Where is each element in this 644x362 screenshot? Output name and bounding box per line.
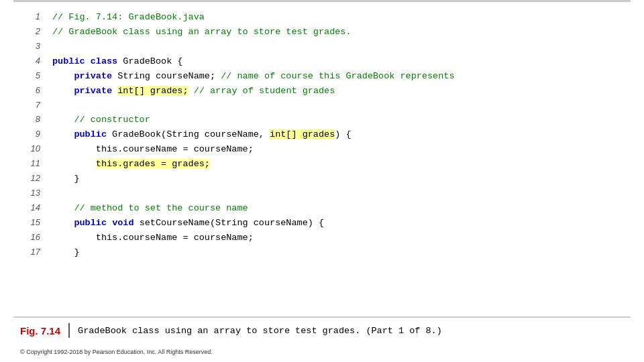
line-num-3: 3 [20,40,40,53]
copyright-text: © Copyright 1992-2018 by Pearson Educati… [20,349,213,355]
code-line-1: 1 // Fig. 7.14: GradeBook.java [20,10,624,25]
caption-area: Fig. 7.14 GradeBook class using an array… [0,318,644,342]
line-num-1: 1 [20,10,40,23]
caption-fig-label: Fig. 7.14 [20,325,60,337]
caption-divider [68,323,70,338]
code-line-11: 11 this.grades = grades; [20,157,624,172]
code-text-3 [52,40,58,54]
code-text-17: } [52,246,80,260]
code-line-2: 2 // GradeBook class using an array to s… [20,25,624,40]
line-num-10: 10 [20,142,40,156]
code-line-8: 8 // constructor [20,113,624,127]
code-text-8: // constructor [52,113,150,127]
code-line-6: 6 private int[] grades; // array of stud… [20,84,624,99]
line-num-16: 16 [20,231,40,244]
line-num-14: 14 [20,201,40,215]
line-num-9: 9 [20,127,40,141]
line-num-12: 12 [20,172,40,185]
code-text-7 [52,99,58,113]
line-num-2: 2 [20,25,40,38]
line-num-11: 11 [20,157,40,170]
code-line-17: 17 } [20,245,624,260]
code-line-15: 15 public void setCourseName(String cour… [20,216,624,231]
code-text-10: this.courseName = courseName; [52,143,254,157]
page-container: 1 // Fig. 7.14: GradeBook.java 2 // Grad… [0,0,644,362]
line-num-17: 17 [20,245,40,259]
line-num-13: 13 [20,186,40,200]
code-line-7: 7 [20,99,624,113]
code-text-16: this.courseName = courseName; [52,231,254,245]
code-text-12: } [52,172,80,186]
code-line-12: 12 } [20,172,624,186]
line-num-4: 4 [20,54,40,68]
copyright-area: © Copyright 1992-2018 by Pearson Educati… [0,342,644,362]
code-text-4: public class GradeBook { [52,55,182,69]
code-text-11: this.grades = grades; [52,158,210,172]
code-text-2: // GradeBook class using an array to sto… [52,25,352,40]
code-line-13: 13 [20,186,624,201]
code-area: 1 // Fig. 7.14: GradeBook.java 2 // Grad… [0,2,644,316]
line-num-8: 8 [20,113,40,126]
caption-description: GradeBook class using an array to store … [78,326,442,336]
code-text-15: public void setCourseName(String courseN… [52,217,324,231]
code-text-6: private int[] grades; // array of studen… [52,84,335,99]
code-line-9: 9 public GradeBook(String courseName, in… [20,127,624,142]
code-line-5: 5 private String courseName; // name of … [20,69,624,84]
code-line-4: 4 public class GradeBook { [20,54,624,69]
line-num-5: 5 [20,69,40,82]
code-line-10: 10 this.courseName = courseName; [20,142,624,157]
code-text-9: public GradeBook(String courseName, int[… [52,128,352,142]
code-block: 1 // Fig. 7.14: GradeBook.java 2 // Grad… [20,10,624,260]
code-line-3: 3 [20,40,624,54]
line-num-7: 7 [20,99,40,112]
code-text-1: // Fig. 7.14: GradeBook.java [52,11,205,25]
code-line-14: 14 // method to set the course name [20,201,624,216]
line-num-15: 15 [20,216,40,229]
code-line-16: 16 this.courseName = courseName; [20,231,624,245]
line-num-6: 6 [20,84,40,97]
code-text-5: private String courseName; // name of co… [52,70,455,84]
code-text-14: // method to set the course name [52,202,248,216]
code-text-13 [52,187,58,201]
